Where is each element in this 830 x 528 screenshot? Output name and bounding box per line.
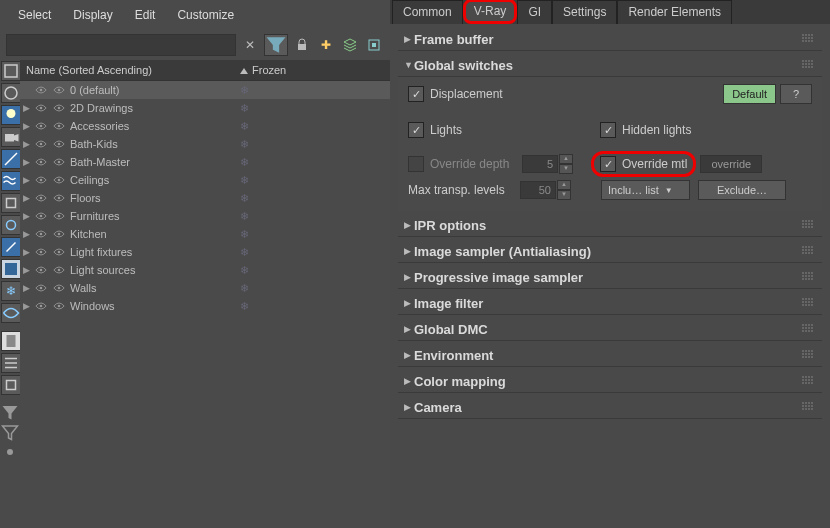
visibility-icon-2[interactable] (50, 282, 68, 294)
expand-icon[interactable]: ▶ (20, 283, 32, 293)
expand-icon[interactable]: ▶ (20, 139, 32, 149)
layer-row[interactable]: ▶Furnitures❄ (20, 207, 390, 225)
max-transp-spinner[interactable]: 50▲▼ (520, 180, 571, 200)
visibility-icon[interactable] (32, 174, 50, 186)
frozen-cell[interactable]: ❄ (190, 228, 390, 241)
lights-checkbox[interactable] (408, 122, 424, 138)
visibility-icon[interactable] (32, 282, 50, 294)
frozen-cell[interactable]: ❄ (190, 264, 390, 277)
layer-row[interactable]: ▶Bath-Master❄ (20, 153, 390, 171)
expand-icon[interactable]: ▶ (20, 157, 32, 167)
frozen-cell[interactable]: ❄ (190, 138, 390, 151)
side-icon-7[interactable] (1, 193, 21, 213)
layer-row[interactable]: ▶Windows❄ (20, 297, 390, 315)
visibility-icon-2[interactable] (50, 300, 68, 312)
visibility-icon-2[interactable] (50, 138, 68, 150)
menu-select[interactable]: Select (8, 6, 61, 24)
layer-row[interactable]: ▶Light sources❄ (20, 261, 390, 279)
visibility-icon[interactable] (32, 228, 50, 240)
side-icon-light[interactable] (1, 105, 21, 125)
side-icon-10[interactable] (1, 259, 21, 279)
side-icon-9[interactable] (1, 237, 21, 257)
expand-icon[interactable]: ▶ (20, 175, 32, 185)
frozen-cell[interactable]: ❄ (190, 120, 390, 133)
help-button[interactable]: ? (780, 84, 812, 104)
visibility-icon-2[interactable] (50, 102, 68, 114)
rollout-progressive[interactable]: ▶Progressive image sampler (398, 266, 822, 289)
override-depth-checkbox[interactable] (408, 156, 424, 172)
expand-icon[interactable]: ▶ (20, 193, 32, 203)
side-icon-waves[interactable] (1, 171, 21, 191)
tab-settings[interactable]: Settings (552, 0, 617, 24)
side-icon-box[interactable] (1, 375, 21, 395)
layer-row[interactable]: ▶2D Drawings❄ (20, 99, 390, 117)
expand-icon[interactable]: ▶ (20, 301, 32, 311)
visibility-icon[interactable] (32, 264, 50, 276)
tab-common[interactable]: Common (392, 0, 463, 24)
layers-icon[interactable] (340, 35, 360, 55)
layer-row[interactable]: ▶Floors❄ (20, 189, 390, 207)
visibility-icon[interactable] (32, 210, 50, 222)
frozen-cell[interactable]: ❄ (190, 102, 390, 115)
filter-icon[interactable] (264, 34, 288, 56)
visibility-icon-2[interactable] (50, 246, 68, 258)
side-icon-eye[interactable] (1, 303, 21, 323)
rollout-ipr[interactable]: ▶IPR options (398, 214, 822, 237)
layer-header[interactable]: Name (Sorted Ascending) Frozen (20, 60, 390, 81)
frozen-cell[interactable]: ❄ (190, 300, 390, 313)
exclude-button[interactable]: Exclude… (698, 180, 786, 200)
hidden-lights-checkbox[interactable] (600, 122, 616, 138)
visibility-icon[interactable] (32, 300, 50, 312)
rollout-global-switches[interactable]: ▼Global switches (398, 54, 822, 77)
layer-row[interactable]: ▶Light fixtures❄ (20, 243, 390, 261)
tab-vray[interactable]: V-Ray (463, 0, 518, 24)
override-depth-spinner[interactable]: 5▲▼ (522, 154, 573, 174)
expand-icon[interactable]: ▶ (20, 103, 32, 113)
layer-row[interactable]: ▶Bath-Kids❄ (20, 135, 390, 153)
visibility-icon[interactable] (32, 138, 50, 150)
rollout-environment[interactable]: ▶Environment (398, 344, 822, 367)
search-input[interactable] (6, 34, 236, 56)
visibility-icon[interactable] (32, 246, 50, 258)
visibility-icon-2[interactable] (50, 174, 68, 186)
visibility-icon[interactable] (32, 102, 50, 114)
rollout-frame-buffer[interactable]: ▶Frame buffer (398, 28, 822, 51)
rollout-image-sampler[interactable]: ▶Image sampler (Antialiasing) (398, 240, 822, 263)
visibility-icon-2[interactable] (50, 228, 68, 240)
frozen-cell[interactable]: ❄ (190, 84, 390, 97)
visibility-icon-2[interactable] (50, 120, 68, 132)
expand-icon[interactable]: ▶ (20, 211, 32, 221)
menu-customize[interactable]: Customize (167, 6, 244, 24)
visibility-icon-2[interactable] (50, 192, 68, 204)
visibility-icon[interactable] (32, 156, 50, 168)
lock-icon[interactable] (292, 35, 312, 55)
side-icon-list[interactable] (1, 353, 21, 373)
tab-gi[interactable]: GI (517, 0, 552, 24)
frozen-cell[interactable]: ❄ (190, 174, 390, 187)
frozen-cell[interactable]: ❄ (190, 156, 390, 169)
visibility-icon-2[interactable] (50, 84, 68, 96)
expand-icon[interactable]: ▶ (20, 265, 32, 275)
include-list-dropdown[interactable]: Inclu… list▼ (601, 180, 690, 200)
frozen-cell[interactable]: ❄ (190, 192, 390, 205)
layer-row[interactable]: 0 (default)❄ (20, 81, 390, 99)
layer-row[interactable]: ▶Ceilings❄ (20, 171, 390, 189)
side-icon-doc[interactable] (1, 331, 21, 351)
side-icon-funnel2[interactable] (1, 423, 19, 441)
visibility-icon[interactable] (32, 84, 50, 96)
side-icon-camera[interactable] (1, 127, 21, 147)
override-mtl-checkbox[interactable] (600, 156, 616, 172)
visibility-icon-2[interactable] (50, 264, 68, 276)
menu-edit[interactable]: Edit (125, 6, 166, 24)
override-mtl-slot[interactable]: override (700, 155, 762, 173)
side-icon-freeze[interactable]: ❄ (1, 281, 21, 301)
visibility-icon-2[interactable] (50, 156, 68, 168)
expand-icon[interactable]: ▶ (20, 229, 32, 239)
displacement-checkbox[interactable] (408, 86, 424, 102)
side-icon-dot[interactable] (1, 443, 19, 461)
expand-icon[interactable]: ▶ (20, 121, 32, 131)
layer-row[interactable]: ▶Walls❄ (20, 279, 390, 297)
rollout-camera[interactable]: ▶Camera (398, 396, 822, 419)
menu-display[interactable]: Display (63, 6, 122, 24)
frozen-cell[interactable]: ❄ (190, 210, 390, 223)
